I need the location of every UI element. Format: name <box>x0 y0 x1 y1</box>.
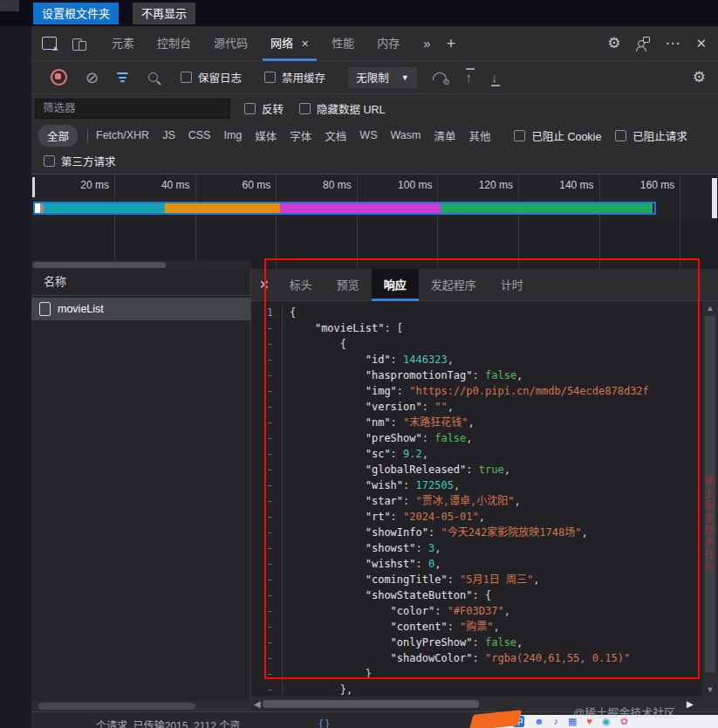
taskbar-icon-2[interactable]: ♪ <box>554 717 559 726</box>
inspect-element-icon[interactable] <box>42 37 57 50</box>
devtools-main-tabs: 元素控制台源代码网络✕性能内存 <box>100 26 411 61</box>
search-icon[interactable] <box>148 72 158 82</box>
filter-input[interactable] <box>35 99 230 119</box>
settings-gear-icon[interactable]: ⚙ <box>607 36 620 51</box>
blocked-requests-checkbox[interactable] <box>615 130 626 141</box>
timeline-gridline <box>276 175 277 269</box>
requests-panel-scrollbar[interactable] <box>31 701 251 711</box>
dont-show-again-button[interactable]: 不再显示 <box>133 3 195 24</box>
network-toolbar: ⊘ 保留日志 禁用缓存 无限制▼ ↑ ↓ ⚙ <box>31 61 718 94</box>
more-options-icon[interactable]: ⋯ <box>665 36 680 51</box>
devtools-tab-console[interactable]: 控制台 <box>146 26 202 61</box>
detail-tab-initiator[interactable]: 发起程序 <box>419 269 489 301</box>
scroll-right-icon[interactable]: ▶ <box>687 699 694 709</box>
close-tab-icon[interactable]: ✕ <box>301 26 309 61</box>
type-filter-font[interactable]: 字体 <box>290 127 311 144</box>
preserve-log-checkbox[interactable] <box>181 72 192 83</box>
scrollbar-thumb[interactable] <box>263 700 479 708</box>
add-tab-icon[interactable]: + <box>447 36 456 52</box>
response-viewer[interactable]: 1{- "movieList": [- {- "id": 1446323,- "… <box>251 301 702 697</box>
overview-scrollbar[interactable] <box>712 178 717 218</box>
devtools-tab-performance[interactable]: 性能 <box>320 26 366 61</box>
type-filter-ws[interactable]: WS <box>359 129 377 141</box>
timeline-label: 120 ms <box>443 179 513 191</box>
hide-data-url-checkbox[interactable] <box>299 103 311 114</box>
close-devtools-icon[interactable]: ✕ <box>695 37 707 50</box>
export-har-icon[interactable]: ↑ <box>466 71 473 84</box>
code-text: "content": "购票", <box>283 619 500 635</box>
tab-label: 元素 <box>112 26 134 61</box>
type-filter-other[interactable]: 其他 <box>468 127 490 144</box>
type-filter-media[interactable]: 媒体 <box>255 127 277 144</box>
devtools-tab-elements[interactable]: 元素 <box>100 26 146 61</box>
network-settings-gear-icon[interactable]: ⚙ <box>693 70 706 85</box>
timeline-gridline <box>680 175 680 269</box>
type-filter-all[interactable]: 全部 <box>38 125 78 147</box>
type-filter-doc[interactable]: 文档 <box>325 127 346 144</box>
type-filter-js[interactable]: JS <box>162 129 175 141</box>
line-number: - <box>251 367 283 383</box>
scroll-down-icon[interactable]: ▼ <box>702 685 718 694</box>
device-emulation-icon[interactable] <box>72 38 86 50</box>
code-text: "preShow": false, <box>283 430 473 446</box>
type-filter-chips: 全部Fetch/XHRJSCSSImg媒体字体文档WSWasm清单其他 <box>38 125 503 147</box>
scrollbar-thumb[interactable] <box>38 703 195 710</box>
hide-data-url-label: 隐藏数据 URL <box>317 100 385 117</box>
type-filter-manifest[interactable]: 清单 <box>434 127 455 144</box>
overview-segment <box>165 203 280 213</box>
type-filter-img[interactable]: Img <box>223 129 242 141</box>
detail-tab-timing[interactable]: 计时 <box>489 269 536 301</box>
throttling-dropdown[interactable]: 无限制▼ <box>348 67 416 88</box>
devtools-tab-memory[interactable]: 内存 <box>366 26 411 61</box>
disable-cache-checkbox[interactable] <box>264 72 276 83</box>
code-line: - "star": "贾冰,谭卓,小沈阳", <box>251 493 702 509</box>
more-tabs-chevron-icon[interactable]: » <box>423 37 430 50</box>
code-text: "rt": "2024-05-01", <box>283 509 485 525</box>
record-network-log-icon[interactable] <box>51 69 67 86</box>
code-line: - "showInfo": "今天242家影院放映1748场", <box>251 525 702 540</box>
set-root-folder-button[interactable]: 设置根文件夹 <box>33 3 119 24</box>
import-har-icon[interactable]: ↓ <box>491 71 498 84</box>
request-row-movielist[interactable]: movieList <box>31 298 250 320</box>
code-line: - "content": "购票", <box>251 619 702 635</box>
code-line: - "shadowColor": "rgba(240,61,55, 0.15)" <box>251 650 702 666</box>
tab-label: 源代码 <box>214 26 248 61</box>
blocked-cookies-checkbox[interactable] <box>514 130 525 141</box>
scroll-up-icon[interactable]: ▲ <box>702 304 718 312</box>
type-filter-wasm[interactable]: Wasm <box>390 129 421 141</box>
filter-icon[interactable] <box>117 72 128 82</box>
code-text: "sc": 9.2, <box>283 446 428 462</box>
devtools-tabbar: 元素控制台源代码网络✕性能内存 » + ⚙ ⋯ ✕ <box>31 26 718 61</box>
detail-tab-preview[interactable]: 预览 <box>325 269 372 301</box>
type-filter-css[interactable]: CSS <box>188 129 211 141</box>
name-column-header[interactable]: 名称 <box>31 269 250 296</box>
devtools-tab-sources[interactable]: 源代码 <box>202 26 259 61</box>
timeline-gridline <box>518 175 519 269</box>
scrollbar-thumb[interactable] <box>33 262 166 268</box>
line-number: - <box>251 619 283 635</box>
clear-network-log-icon[interactable]: ⊘ <box>85 70 99 86</box>
third-party-checkbox[interactable] <box>44 155 55 167</box>
close-detail-panel-icon[interactable]: ✕ <box>251 278 277 292</box>
code-text: "shadowColor": "rgba(240,61,55, 0.15)" <box>283 650 630 666</box>
timeline-label: 60 ms <box>201 179 270 191</box>
line-number: - <box>251 462 283 477</box>
table-horizontal-scrollbar[interactable] <box>31 261 251 269</box>
timeline-gridline <box>357 175 358 269</box>
devtools-tab-network[interactable]: 网络✕ <box>259 26 320 61</box>
taskbar-icon-1[interactable]: ☻ <box>534 717 544 726</box>
detail-tab-headers[interactable]: 标头 <box>277 269 325 301</box>
type-filter-fetch-xhr[interactable]: Fetch/XHR <box>96 129 149 141</box>
code-text: "wishst": 0, <box>283 556 441 572</box>
network-filter-row: 反转 隐藏数据 URL <box>31 94 718 122</box>
overview-segment <box>441 203 653 213</box>
scroll-left-icon[interactable]: ◀ <box>254 699 261 709</box>
line-number: - <box>251 320 283 336</box>
timeline-scroll-tick <box>32 177 35 197</box>
detail-tab-response[interactable]: 响应 <box>372 269 419 301</box>
network-conditions-icon[interactable] <box>433 72 447 83</box>
invert-filter-checkbox[interactable] <box>244 103 256 114</box>
feedback-icon[interactable] <box>636 38 649 49</box>
code-line: - "version": "", <box>251 399 702 415</box>
network-overview-bar[interactable] <box>33 202 656 215</box>
